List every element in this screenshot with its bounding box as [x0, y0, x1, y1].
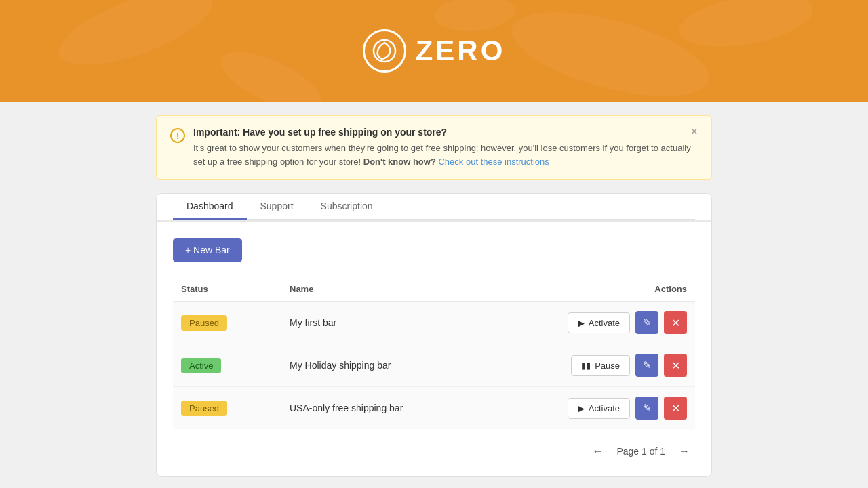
table-header: Status Name Actions — [173, 277, 695, 302]
pause-icon: ▮▮ — [581, 361, 591, 371]
status-cell: Paused — [173, 387, 281, 430]
alert-link[interactable]: Check out these instructions — [438, 157, 549, 167]
svg-point-1 — [503, 0, 717, 102]
table-body: PausedMy first bar▶ Activate✎✕ActiveMy H… — [173, 302, 695, 430]
edit-button[interactable]: ✎ — [635, 396, 658, 420]
name-cell: My Holiday shipping bar — [281, 344, 559, 387]
new-bar-button[interactable]: + New Bar — [173, 238, 242, 262]
pencil-icon: ✎ — [643, 402, 652, 414]
tab-subscription[interactable]: Subscription — [307, 194, 387, 220]
dashboard-panel: + New Bar Status Name Actions PausedMy f… — [157, 222, 711, 476]
pagination-prev[interactable]: ← — [587, 443, 608, 460]
status-badge: Paused — [181, 401, 227, 416]
alert-title-text: Important: Have you set up free shipping… — [193, 127, 447, 138]
status-badge: Paused — [181, 315, 227, 331]
alert-body: Important: Have you set up free shipping… — [193, 127, 698, 168]
close-icon: ✕ — [671, 317, 680, 329]
delete-button[interactable]: ✕ — [664, 396, 687, 420]
play-icon: ▶ — [578, 403, 585, 413]
pagination-next[interactable]: → — [673, 443, 695, 460]
play-icon: ▶ — [578, 318, 585, 328]
pagination-label: Page 1 of 1 — [616, 446, 665, 457]
svg-point-3 — [214, 40, 329, 102]
alert-text: It's great to show your customers when t… — [193, 142, 698, 168]
tabs: Dashboard Support Subscription — [173, 194, 695, 220]
col-status: Status — [173, 277, 281, 302]
alert-bold: Don't know how? — [363, 157, 436, 167]
bars-table: Status Name Actions PausedMy first bar▶ … — [173, 277, 695, 429]
alert-title: Important: Have you set up free shipping… — [193, 127, 698, 138]
logo-icon — [371, 37, 398, 64]
activate-button[interactable]: ▶ Activate — [568, 398, 630, 419]
actions-cell: ▶ Activate✎✕ — [559, 387, 695, 430]
close-icon: ✕ — [671, 359, 680, 372]
actions-cell: ▶ Activate✎✕ — [559, 302, 695, 344]
table-row: PausedMy first bar▶ Activate✎✕ — [173, 302, 695, 344]
table-row: ActiveMy Holiday shipping bar▮▮ Pause✎✕ — [173, 344, 695, 387]
alert-banner: ! Important: Have you set up free shippi… — [156, 115, 712, 180]
pause-button[interactable]: ▮▮ Pause — [571, 355, 630, 376]
activate-button[interactable]: ▶ Activate — [568, 312, 630, 333]
edit-button[interactable]: ✎ — [635, 311, 658, 334]
alert-close-button[interactable]: × — [686, 124, 702, 139]
header: ZERO — [0, 0, 868, 102]
name-cell: My first bar — [281, 302, 559, 344]
status-badge: Active — [181, 358, 221, 373]
delete-button[interactable]: ✕ — [664, 311, 687, 334]
col-actions: Actions — [559, 277, 695, 302]
logo-text: ZERO — [416, 35, 506, 67]
col-name: Name — [281, 277, 559, 302]
table-row: PausedUSA-only free shipping bar▶ Activa… — [173, 387, 695, 430]
pagination: ← Page 1 of 1 → — [173, 443, 695, 460]
actions-cell: ▮▮ Pause✎✕ — [559, 344, 695, 387]
pencil-icon: ✎ — [643, 317, 652, 329]
svg-point-2 — [675, 0, 816, 56]
edit-button[interactable]: ✎ — [635, 354, 658, 377]
close-icon: ✕ — [671, 402, 680, 415]
table-header-row: Status Name Actions — [173, 277, 695, 302]
name-cell: USA-only free shipping bar — [281, 387, 559, 430]
tab-dashboard[interactable]: Dashboard — [173, 194, 247, 220]
tabs-bar: Dashboard Support Subscription — [157, 194, 711, 222]
tab-support[interactable]: Support — [247, 194, 307, 220]
logo: ZERO — [363, 29, 506, 73]
logo-circle — [363, 29, 406, 73]
status-cell: Paused — [173, 302, 281, 344]
svg-point-0 — [50, 0, 222, 81]
tabs-card: Dashboard Support Subscription + New Bar… — [156, 193, 712, 477]
alert-icon: ! — [170, 128, 185, 143]
main-content: ! Important: Have you set up free shippi… — [156, 102, 712, 488]
pencil-icon: ✎ — [643, 359, 652, 371]
delete-button[interactable]: ✕ — [664, 354, 687, 377]
status-cell: Active — [173, 344, 281, 387]
